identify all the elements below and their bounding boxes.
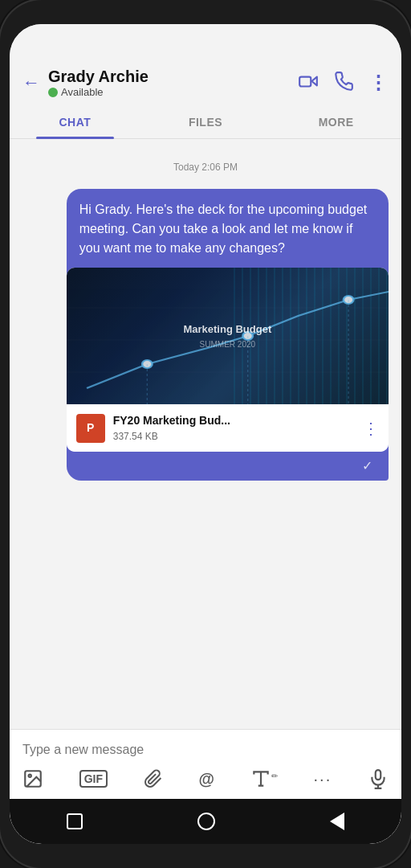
video-call-icon[interactable] <box>298 71 319 95</box>
message-status: ✓ <box>79 452 376 481</box>
tabs: CHAT FILES MORE <box>10 106 401 139</box>
header-top: ← Grady Archie Available <box>22 68 389 106</box>
preview-title: Marketing Budget <box>183 321 271 338</box>
phone-screen: ← Grady Archie Available <box>10 24 401 844</box>
svg-rect-0 <box>299 77 311 87</box>
timestamp: Today 2:06 PM <box>22 162 389 173</box>
image-icon[interactable] <box>22 768 43 789</box>
nav-back-button[interactable] <box>330 813 344 830</box>
back-button[interactable]: ← <box>22 72 40 93</box>
nav-circle-button[interactable] <box>197 813 215 830</box>
chat-area: Today 2:06 PM Hi Grady. Here's the deck … <box>10 139 401 729</box>
header-left: ← Grady Archie Available <box>22 68 149 98</box>
tab-chat[interactable]: CHAT <box>10 106 140 138</box>
mention-icon[interactable]: @ <box>199 770 215 788</box>
header: ← Grady Archie Available <box>10 59 401 106</box>
toolbar: GIF @ ✏ <box>22 760 389 789</box>
svg-marker-1 <box>311 77 317 86</box>
mic-icon[interactable] <box>368 768 389 789</box>
status-text: Available <box>61 86 104 98</box>
gif-button[interactable]: GIF <box>79 770 108 788</box>
svg-point-13 <box>29 775 31 777</box>
tab-files[interactable]: FILES <box>140 106 271 138</box>
bottom-nav <box>10 799 401 844</box>
more-options-icon[interactable]: ⋮ <box>368 72 389 94</box>
file-more-button[interactable]: ⋮ <box>363 416 379 440</box>
file-details: FY20 Marketing Bud... 337.54 KB <box>113 412 355 444</box>
phone-shell: ← Grady Archie Available <box>0 0 411 868</box>
attachment-preview: Marketing Budget SUMMER 2020 <box>67 268 389 404</box>
header-actions: ⋮ <box>298 71 389 95</box>
file-size: 337.54 KB <box>113 429 355 444</box>
attachment-card[interactable]: Marketing Budget SUMMER 2020 P FY20 Mark… <box>67 268 389 452</box>
contact-info: Grady Archie Available <box>48 68 149 98</box>
more-toolbar-icon[interactable]: ··· <box>314 770 332 788</box>
preview-overlay-text: Marketing Budget SUMMER 2020 <box>183 321 271 351</box>
contact-name: Grady Archie <box>48 68 149 86</box>
file-name: FY20 Marketing Bud... <box>113 412 355 429</box>
nav-square-button[interactable] <box>67 813 83 829</box>
ppt-icon: P <box>76 414 105 443</box>
attach-icon[interactable] <box>144 769 163 788</box>
status-dot <box>48 88 58 97</box>
message-input[interactable] <box>22 739 389 760</box>
svg-rect-16 <box>376 770 381 780</box>
input-area: GIF @ ✏ <box>10 729 401 799</box>
message-text: Hi Grady. Here's the deck for the upcomi… <box>79 200 376 268</box>
phone-call-icon[interactable] <box>333 71 354 95</box>
attachment-info: P FY20 Marketing Bud... 337.54 KB ⋮ <box>67 404 389 452</box>
format-icon[interactable]: ✏ <box>250 768 278 789</box>
read-checkmark: ✓ <box>362 459 372 473</box>
status-bar <box>10 24 401 59</box>
contact-status: Available <box>48 86 149 98</box>
message-bubble: Hi Grady. Here's the deck for the upcomi… <box>67 189 389 481</box>
tab-more[interactable]: MORE <box>271 106 401 138</box>
preview-subtitle: SUMMER 2020 <box>183 338 271 350</box>
